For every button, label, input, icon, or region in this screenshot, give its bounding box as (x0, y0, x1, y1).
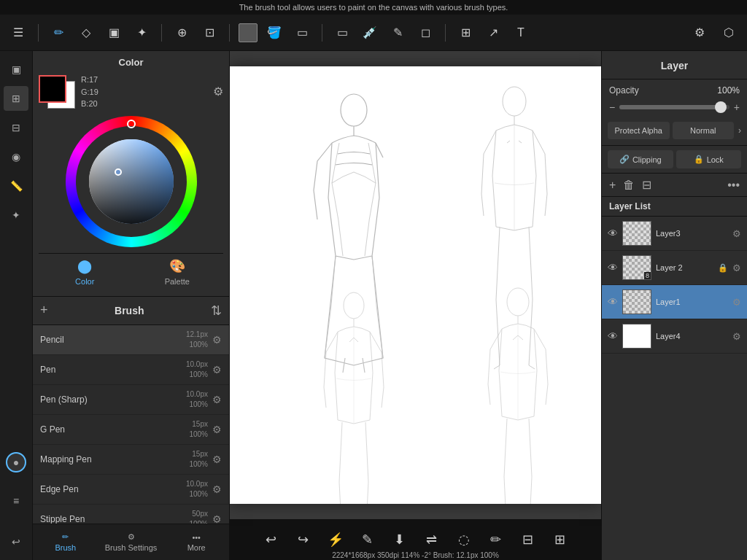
layer-settings-icon[interactable]: ⚙ (732, 262, 741, 273)
layer-settings-icon[interactable]: ⚙ (732, 297, 741, 308)
grid-icon[interactable]: ⊟ (4, 115, 28, 140)
shape-tool-icon[interactable]: ◻ (414, 22, 436, 44)
lasso-button[interactable]: ◌ (451, 526, 477, 553)
layer-item[interactable]: 👁 Layer1 ⚙ (602, 285, 747, 319)
layer-item[interactable]: 👁 8 Layer 2 🔒 ⚙ (602, 251, 747, 285)
color-box[interactable] (239, 23, 258, 42)
blending-mode-button[interactable]: Normal (673, 122, 735, 139)
brush-name: Pen (Sharp) (40, 394, 186, 405)
brush-item-settings-icon[interactable]: ⚙ (212, 454, 222, 465)
brush-item-settings-icon[interactable]: ⚙ (212, 334, 222, 346)
import-button[interactable]: ⬇ (387, 526, 413, 553)
pen-tool-icon[interactable]: ✎ (387, 22, 409, 44)
lasso-tool-icon[interactable]: ✦ (131, 22, 152, 44)
layer-item[interactable]: 👁 Layer4 ⚙ (602, 319, 747, 354)
layer-visibility-icon[interactable]: 👁 (608, 228, 618, 239)
gradient-tool-icon[interactable]: ▭ (291, 22, 313, 44)
brush-item[interactable]: Mapping Pen 15px100% ⚙ (33, 445, 229, 475)
hue-cursor (127, 120, 136, 128)
add-brush-button[interactable]: + (40, 303, 48, 318)
duplicate-tool-icon[interactable]: ⊞ (454, 22, 476, 44)
brush-specs: 15px100% (189, 419, 208, 440)
palette-tab[interactable]: 🎨 Palette (131, 254, 224, 290)
sort-brush-button[interactable]: ⇅ (211, 303, 222, 319)
add-layer-button[interactable]: + (609, 179, 616, 192)
navigator-icon[interactable]: ◉ (4, 144, 28, 169)
undo-icon[interactable]: ↩ (4, 529, 28, 554)
protect-alpha-button[interactable]: Protect Alpha (608, 122, 670, 139)
brush-item[interactable]: Pencil 12.1px100% ⚙ (33, 325, 229, 355)
brush-tool-icon[interactable]: ✏ (47, 22, 69, 44)
brush-item-settings-icon[interactable]: ⚙ (212, 513, 222, 524)
more-tab[interactable]: ••• More (163, 524, 229, 560)
opacity-slider[interactable] (619, 105, 729, 109)
stamp-button[interactable]: ⊟ (515, 526, 541, 553)
layer-visibility-icon[interactable]: 👁 (608, 262, 618, 273)
brush-item[interactable]: Edge Pen 10.0px100% ⚙ (33, 475, 229, 505)
layer-action-row: 🔗 Clipping 🔒 Lock (602, 146, 747, 174)
layer-item[interactable]: 👁 Layer3 ⚙ (602, 217, 747, 251)
layers-panel-icon[interactable]: ⊞ (4, 86, 28, 111)
color-palette-tabs: ⬤ Color 🎨 Palette (39, 253, 223, 290)
eyedropper-tool-icon[interactable]: 💉 (359, 22, 381, 44)
layers-icon[interactable]: ⬡ (718, 22, 740, 44)
move-tool-icon[interactable]: ⊕ (171, 22, 193, 44)
brush-item[interactable]: G Pen 15px100% ⚙ (33, 415, 229, 445)
lock-button[interactable]: 🔒 Lock (676, 150, 742, 168)
share-icon[interactable]: ⚙ (689, 22, 711, 44)
color-wheel-container[interactable] (39, 116, 223, 247)
brush-item-settings-icon[interactable]: ⚙ (212, 364, 222, 376)
color-settings-icon[interactable]: ⚙ (213, 85, 223, 98)
canvas[interactable] (230, 66, 601, 504)
marquee-tool-icon[interactable]: ▭ (331, 22, 353, 44)
svg-point-3 (341, 94, 367, 126)
layer-visibility-icon[interactable]: 👁 (608, 330, 618, 342)
text-tool-icon[interactable]: T (510, 22, 532, 44)
color-swatch-foreground[interactable] (39, 75, 66, 103)
color-swatch-container[interactable] (39, 75, 75, 109)
more-tab-label: More (187, 543, 206, 552)
opacity-decrease-button[interactable]: − (609, 101, 615, 113)
delete-layer-button[interactable]: 🗑 (623, 179, 635, 192)
opacity-increase-button[interactable]: + (734, 101, 740, 113)
pen-tool-button[interactable]: ✎ (355, 526, 381, 553)
brush-item-settings-icon[interactable]: ⚙ (212, 394, 222, 405)
layer-more-button[interactable]: ••• (727, 179, 740, 192)
main-layout: ▣ ⊞ ⊟ ◉ 📏 ✦ ● ≡ ↩ Color R:17G:19B:20 ⚙ (0, 51, 747, 560)
ruler-icon[interactable]: 📏 (4, 174, 28, 198)
layer-settings-icon[interactable]: ⚙ (732, 228, 741, 239)
brush-item-settings-icon[interactable]: ⚙ (212, 424, 222, 435)
redo-button[interactable]: ↪ (290, 526, 317, 553)
selection-tool-icon[interactable]: ▣ (103, 22, 125, 44)
grid-tool-button[interactable]: ⊞ (547, 526, 573, 553)
clipping-button[interactable]: 🔗 Clipping (608, 150, 673, 168)
flip-button[interactable]: ⇌ (419, 526, 445, 553)
blending-mode-arrow[interactable]: › (738, 125, 741, 136)
color-wheel[interactable] (66, 116, 197, 247)
undo-button[interactable]: ↩ (258, 526, 285, 553)
fill-tool-icon[interactable]: 🪣 (263, 22, 285, 44)
canvas-container[interactable] (230, 51, 601, 519)
transform-tool-icon[interactable]: ⊡ (198, 22, 220, 44)
brush-item[interactable]: Pen (Sharp) 10.0px100% ⚙ (33, 385, 229, 415)
brush-item[interactable]: Stipple Pen 50px100% ⚙ (33, 505, 229, 524)
merge-layer-button[interactable]: ⊟ (642, 178, 651, 192)
brush-item-settings-icon[interactable]: ⚙ (212, 483, 222, 495)
eraser-tool-icon[interactable]: ◇ (75, 22, 97, 44)
layer-visibility-icon[interactable]: 👁 (608, 296, 618, 308)
sv-box[interactable] (89, 139, 174, 224)
edit-button[interactable]: ✏ (483, 526, 509, 553)
color-tab[interactable]: ⬤ Color (39, 254, 131, 290)
color-panel-icon[interactable]: ● (6, 452, 26, 472)
gallery-icon[interactable]: ▣ (4, 57, 28, 82)
symmetry-icon[interactable]: ✦ (4, 203, 28, 228)
brush-settings-tab[interactable]: ⚙ Brush Settings (98, 524, 164, 560)
brush-list-icon[interactable]: ≡ (4, 489, 28, 513)
menu-icon[interactable]: ☰ (7, 22, 29, 44)
brush-tab[interactable]: ✏ Brush (33, 524, 98, 560)
crop-tool-icon[interactable]: ↗ (482, 22, 504, 44)
layer-settings-icon[interactable]: ⚙ (732, 331, 741, 342)
brush-item[interactable]: Pen 10.0px100% ⚙ (33, 355, 229, 385)
quick-select-button[interactable]: ⚡ (322, 526, 349, 553)
opacity-slider-thumb[interactable] (715, 101, 727, 113)
